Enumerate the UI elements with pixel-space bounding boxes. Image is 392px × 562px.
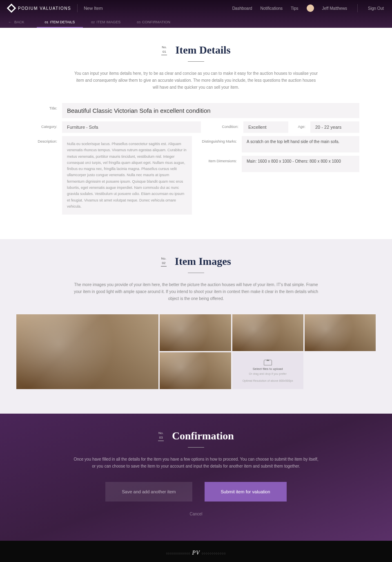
section-no: 03 bbox=[158, 436, 164, 439]
gallery-image[interactable] bbox=[305, 314, 376, 351]
nav-tips[interactable]: Tips bbox=[291, 6, 298, 11]
section-intro: The more images you provide of your item… bbox=[74, 281, 318, 302]
section-confirmation: No.03 Confirmation Once you have filled … bbox=[0, 414, 392, 541]
top-right-nav: Dashboard Notifications Tips Jeff Matthe… bbox=[232, 4, 384, 12]
gallery-image[interactable] bbox=[232, 314, 303, 351]
dimensions-label: Item Dimensions: bbox=[200, 156, 237, 172]
brand-name: PODIUM VALUATIONS bbox=[18, 6, 71, 11]
gallery-image[interactable] bbox=[160, 314, 231, 351]
upload-title: Select files to upload bbox=[253, 367, 283, 371]
divider bbox=[357, 4, 358, 12]
marks-input[interactable]: A scratch on the top left hand side of t… bbox=[242, 136, 359, 152]
cancel-button[interactable]: Cancel bbox=[33, 512, 359, 516]
upload-sub: Or drag and drop if you prefer bbox=[249, 372, 287, 375]
tab-confirmation[interactable]: 03CONFIRMATION bbox=[129, 16, 178, 28]
avatar[interactable] bbox=[307, 4, 314, 12]
arrow-left-icon: ← bbox=[8, 20, 12, 24]
age-label: Age: bbox=[293, 121, 305, 129]
section-item-details: No.01 Item Details You can input your it… bbox=[0, 28, 392, 239]
brand-area[interactable]: PODIUM VALUATIONS bbox=[8, 5, 71, 11]
upload-hint: Optimal Resolution of above 800x500px bbox=[243, 379, 293, 382]
section-no: 02 bbox=[161, 261, 167, 265]
condition-input[interactable]: Excellent bbox=[243, 121, 288, 133]
category-label: Category: bbox=[33, 121, 57, 129]
section-no-label: No. bbox=[158, 431, 164, 435]
section-heading: Item Details bbox=[175, 44, 230, 56]
sign-out-link[interactable]: Sign Out bbox=[368, 6, 384, 11]
marks-label: Distinguishing Marks: bbox=[200, 136, 237, 152]
tab-item-details[interactable]: 01ITEM DETAILS bbox=[37, 16, 83, 28]
section-intro: You can input your items details here, t… bbox=[74, 70, 318, 91]
section-no-label: No. bbox=[161, 45, 167, 49]
description-input[interactable]: Nulla eu scelerisque lacus. Phasellus co… bbox=[62, 136, 192, 215]
category-input[interactable]: Furniture - Sofa bbox=[62, 121, 201, 133]
user-name[interactable]: Jeff Matthews bbox=[322, 6, 347, 11]
condition-label: Condition: bbox=[206, 121, 238, 129]
title-input[interactable]: Beautiful Classic Victorian Sofa in exce… bbox=[62, 103, 359, 118]
submit-valuation-button[interactable]: Submit item for valuation bbox=[205, 482, 287, 502]
gallery-image[interactable] bbox=[160, 352, 231, 389]
section-item-images: No.02 Item Images The more images you pr… bbox=[0, 239, 392, 414]
logo-icon bbox=[7, 4, 16, 13]
footer-logo: PV bbox=[192, 550, 202, 556]
sub-nav-bar: ← BACK 01ITEM DETAILS 02ITEM IMAGES 03CO… bbox=[0, 16, 392, 28]
page-name: New Item bbox=[84, 6, 102, 11]
age-input[interactable]: 20 - 22 years bbox=[310, 121, 359, 133]
footer-brand-bar: ◊◊◊◊◊◊◊◊◊◊◊◊ PV ◊◊◊◊◊◊◊◊◊◊◊◊ bbox=[0, 541, 392, 562]
description-label: Description: bbox=[33, 136, 57, 215]
section-no: 01 bbox=[161, 50, 167, 54]
save-add-another-button[interactable]: Save and add another item bbox=[105, 482, 192, 502]
tab-item-images[interactable]: 02ITEM IMAGES bbox=[83, 16, 129, 28]
back-label: BACK bbox=[14, 20, 24, 24]
section-no-label: No. bbox=[161, 257, 167, 260]
dimensions-input[interactable]: Main: 1600 x 800 x 1000 - Others: 800 x … bbox=[242, 156, 359, 172]
nav-notifications[interactable]: Notifications bbox=[261, 6, 283, 11]
upload-icon bbox=[264, 360, 272, 365]
divider bbox=[77, 4, 78, 12]
title-label: Title: bbox=[33, 103, 57, 110]
image-gallery: Select files to upload Or drag and drop … bbox=[16, 314, 376, 389]
upload-dropzone[interactable]: Select files to upload Or drag and drop … bbox=[232, 352, 303, 389]
gallery-image-main[interactable] bbox=[16, 314, 158, 389]
progress-tabs: 01ITEM DETAILS 02ITEM IMAGES 03CONFIRMAT… bbox=[37, 16, 178, 28]
section-heading: Item Images bbox=[175, 255, 231, 268]
section-heading: Confirmation bbox=[172, 430, 234, 442]
section-intro: Once you have filled in all the details … bbox=[74, 456, 318, 470]
top-bar: PODIUM VALUATIONS New Item Dashboard Not… bbox=[0, 0, 392, 16]
back-button[interactable]: ← BACK bbox=[8, 20, 24, 24]
nav-dashboard[interactable]: Dashboard bbox=[232, 6, 252, 11]
